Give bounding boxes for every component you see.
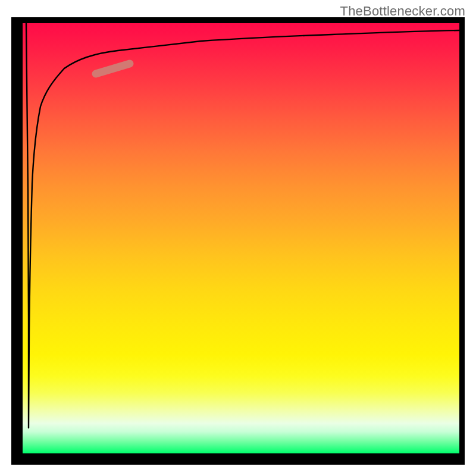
axes-frame [11,17,465,465]
curve-layer [23,23,459,453]
plot-area [23,23,459,453]
main-curve [26,23,459,428]
chart-stage: TheBottlenecker.com [0,0,476,476]
highlight-segment [96,64,130,74]
